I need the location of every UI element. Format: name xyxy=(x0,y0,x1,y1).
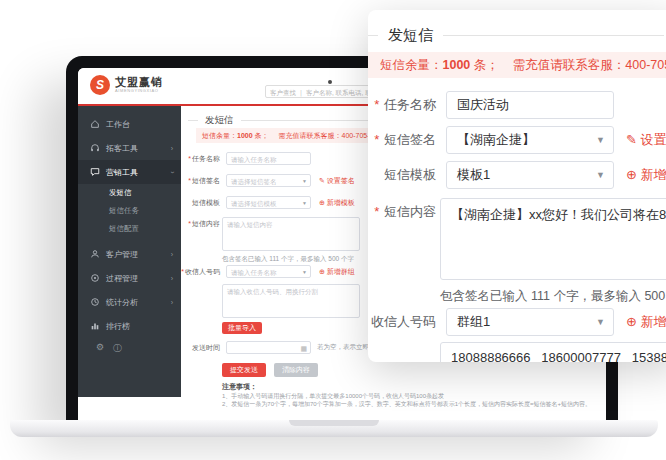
form-row-recipients: *收信人号码 请输入任务名称▼ ⊕ 新增群组 xyxy=(178,265,355,278)
content-helper-text: 包含签名已输入 111 个字，最多输入 500 个字 xyxy=(440,288,666,305)
title-rule-left xyxy=(188,120,198,121)
field-label: 收信人号码 xyxy=(371,314,436,329)
dropdown-arrow-icon: ▼ xyxy=(596,162,605,189)
template-select[interactable]: 请选择短信模板▼ xyxy=(226,196,311,209)
zoom-card: 发短信 短信余量：1000 条；需充值请联系客服：400-705-033 * 任… xyxy=(368,10,666,362)
field-label: 任务名称 xyxy=(192,155,220,162)
banner-unit: 条； xyxy=(470,58,498,72)
content-helper-text: 包含签名已输入 111 个字，最多输入 500 个字 xyxy=(222,255,354,264)
card-title-row: 发短信 xyxy=(368,26,666,45)
bar-chart-icon xyxy=(90,321,100,331)
form-row-content: *短信内容 xyxy=(178,217,226,229)
edit-icon: ✎ xyxy=(319,177,325,184)
sidebar-subitem-send-sms[interactable]: 发短信 xyxy=(78,184,181,202)
laptop-base-notch xyxy=(289,420,379,426)
sidebar-label: 排行榜 xyxy=(106,321,173,332)
add-group-link[interactable]: ⊕ 新增群组 xyxy=(319,267,355,277)
required-asterisk: * xyxy=(374,204,379,219)
sidebar-item-marketing[interactable]: 营销工具 › xyxy=(78,160,181,184)
select-value: 模板1 xyxy=(457,167,490,182)
edit-icon: ✎ xyxy=(626,132,637,147)
sidebar-item-workbench[interactable]: 工作台 xyxy=(78,112,181,136)
chevron-right-icon: › xyxy=(171,145,173,152)
required-asterisk: * xyxy=(181,268,184,275)
bulk-import-button[interactable]: 批量导入 xyxy=(222,322,262,334)
select-placeholder: 请选择短信模板 xyxy=(231,200,277,207)
recipient-group-select[interactable]: 请输入任务名称▼ xyxy=(226,265,311,278)
field-label: 短信内容 xyxy=(384,204,436,219)
clock-icon xyxy=(90,297,100,307)
calendar-icon: ▦ xyxy=(300,342,307,354)
task-name-input[interactable]: 请输入任务名称 xyxy=(226,152,311,165)
recipient-numbers-box[interactable]: 18088886666 18600007777 15388886666 xyxy=(440,342,666,362)
sidebar-subitem-sms-config[interactable]: 短信配置 xyxy=(78,220,181,238)
chevron-down-icon: › xyxy=(168,171,175,173)
title-rule-left xyxy=(368,35,378,36)
notice-title: 注意事项： xyxy=(222,382,257,392)
field-label: 任务名称 xyxy=(384,97,436,112)
dropdown-arrow-icon: ▼ xyxy=(302,197,307,209)
sidebar-item-customer[interactable]: 客户管理 › xyxy=(78,242,181,266)
select-placeholder: 请输入任务名称 xyxy=(231,269,277,276)
sidebar-item-prospect[interactable]: 拓客工具 › xyxy=(78,136,181,160)
form-row-task: *任务名称 请输入任务名称 xyxy=(178,152,311,165)
sidebar-label: 工作台 xyxy=(106,119,173,130)
webcam-dot xyxy=(328,80,332,84)
required-asterisk: * xyxy=(374,132,379,147)
clear-content-button[interactable]: 清除内容 xyxy=(274,363,318,377)
chat-bubble-icon xyxy=(90,167,100,177)
send-time-input[interactable]: ▦ xyxy=(226,341,311,354)
add-template-link[interactable]: ⊕ 新增模板 xyxy=(319,198,355,208)
select-value: 群组1 xyxy=(457,314,490,329)
form-row-content: * 短信内容 xyxy=(368,198,446,221)
form-row-recipients: * 收信人号码 群组1▼ ⊕ 新增群组 xyxy=(368,308,666,336)
gear-icon[interactable]: ⚙ xyxy=(96,342,104,355)
plus-circle-icon: ⊕ xyxy=(319,268,325,275)
sms-balance-banner: 短信余量：1000 条；需充值请联系客服：400-705-033 xyxy=(368,52,666,78)
brand-logo-icon: S xyxy=(90,75,110,95)
signature-select[interactable]: 请选择短信签名▼ xyxy=(226,174,311,187)
sidebar-item-process[interactable]: 过程管理 › xyxy=(78,266,181,290)
sidebar-label: 过程管理 xyxy=(106,273,171,284)
dropdown-arrow-icon: ▼ xyxy=(596,127,605,154)
banner-prefix: 短信余量： xyxy=(380,58,443,72)
dropdown-arrow-icon: ▼ xyxy=(302,175,307,187)
sms-content-textarea[interactable]: 【湖南企捷】xx您好！我们公司将在8-28至8月 xyxy=(440,198,666,280)
sidebar-label: 拓客工具 xyxy=(106,143,171,154)
field-label: 收信人号码 xyxy=(185,268,220,275)
banner-unit: 条； xyxy=(253,132,269,139)
sidebar-label: 营销工具 xyxy=(106,167,171,178)
plus-circle-icon: ⊕ xyxy=(319,199,325,206)
submit-send-button[interactable]: 提交发送 xyxy=(222,363,266,377)
brand-subtitle: AIMENGYINGXIAO xyxy=(115,88,163,93)
sidebar-subitem-sms-task[interactable]: 短信任务 xyxy=(78,202,181,220)
dropdown-arrow-icon: ▼ xyxy=(302,266,307,278)
form-row-signature: * 短信签名 【湖南企捷】▼ ✎ 设置签名 xyxy=(368,126,666,154)
task-name-input[interactable]: 国庆活动 xyxy=(446,91,614,119)
select-placeholder: 请选择短信签名 xyxy=(231,178,277,185)
set-signature-link[interactable]: ✎ 设置签名 xyxy=(319,176,355,186)
sidebar: 工作台 拓客工具 › 营销工具 › 发短信 短信任务 短信配置 客户管理 xyxy=(78,106,181,397)
recipient-numbers-textarea[interactable]: 请输入收信人号码、用换行分割 xyxy=(222,284,360,318)
home-icon xyxy=(90,119,100,129)
sidebar-item-rank[interactable]: 排行榜 xyxy=(78,314,181,338)
form-row-task: * 任务名称 国庆活动 xyxy=(368,91,614,119)
banner-prefix: 短信余量： xyxy=(202,132,237,139)
sidebar-item-stats[interactable]: 统计分析 › xyxy=(78,290,181,314)
info-icon[interactable]: ⓘ xyxy=(113,342,122,355)
card-title: 发短信 xyxy=(388,26,433,45)
recipient-group-select[interactable]: 群组1▼ xyxy=(446,308,614,336)
banner-count: 1000 xyxy=(443,58,471,72)
required-asterisk: * xyxy=(188,220,191,227)
signature-select[interactable]: 【湖南企捷】▼ xyxy=(446,126,614,154)
add-group-link[interactable]: ⊕ 新增群组 xyxy=(626,313,666,331)
field-label: 短信签名 xyxy=(192,177,220,184)
template-select[interactable]: 模板1▼ xyxy=(446,161,614,189)
dropdown-arrow-icon: ▼ xyxy=(596,309,605,336)
chevron-right-icon: › xyxy=(171,275,173,282)
sms-content-textarea[interactable]: 请输入短信内容 xyxy=(222,217,360,251)
set-signature-link[interactable]: ✎ 设置签名 xyxy=(626,131,666,149)
form-row-signature: *短信签名 请选择短信签名▼ ✎ 设置签名 xyxy=(178,174,355,187)
banner-count: 1000 xyxy=(237,132,253,139)
add-template-link[interactable]: ⊕ 新增模板 xyxy=(626,166,666,184)
